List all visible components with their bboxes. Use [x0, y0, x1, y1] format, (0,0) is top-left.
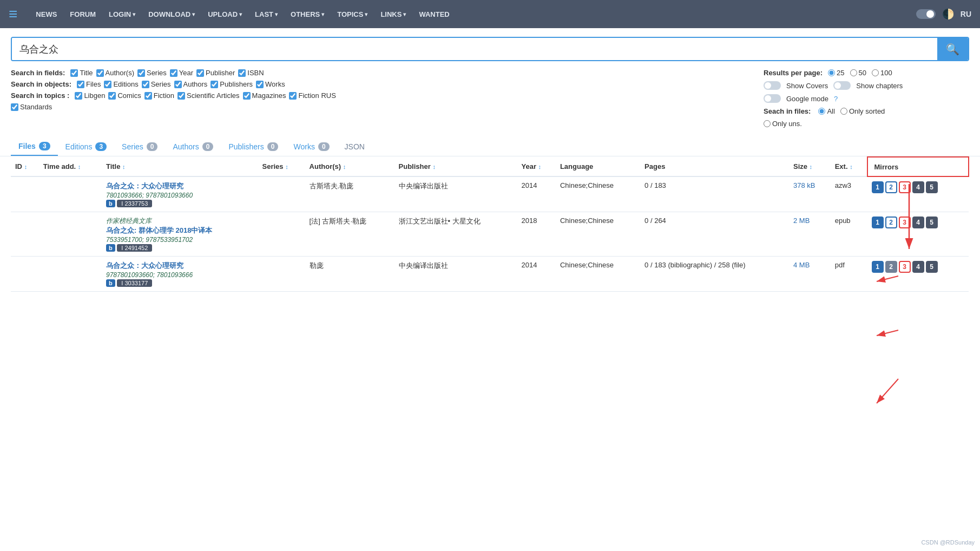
col-size[interactable]: Size ↕: [789, 157, 831, 176]
standards-row: Standards: [11, 103, 764, 111]
obj-series[interactable]: Series: [142, 80, 171, 88]
cell-year-2: 2018: [517, 212, 556, 257]
obj-editions[interactable]: Editions: [104, 80, 138, 88]
field-author[interactable]: Author(s): [96, 69, 134, 77]
mirror-1-3[interactable]: 3: [899, 181, 911, 193]
mirror-1-5[interactable]: 5: [926, 181, 938, 193]
theme-icon[interactable]: 🌓: [942, 8, 954, 20]
col-publisher[interactable]: Publisher ↕: [394, 157, 517, 176]
rpp-50[interactable]: 50: [850, 69, 866, 77]
nav-wanted[interactable]: WANTED: [413, 7, 455, 22]
col-series[interactable]: Series ↕: [258, 157, 305, 176]
mirror-3-4[interactable]: 4: [912, 261, 924, 273]
search-bar: 🔍: [11, 37, 969, 61]
cell-time-2: [39, 212, 102, 257]
obj-publishers[interactable]: Publishers: [211, 80, 253, 88]
site-logo[interactable]: ≡: [9, 5, 17, 23]
mirror-1-4[interactable]: 4: [912, 181, 924, 193]
title-link-2[interactable]: 乌合之众: 群体心理学 2018中译本: [106, 226, 212, 234]
sif-only-sorted[interactable]: Only sorted: [840, 107, 885, 115]
google-mode-help[interactable]: ?: [834, 95, 838, 103]
mirror-3-2[interactable]: 2: [885, 261, 897, 273]
search-button[interactable]: 🔍: [937, 38, 968, 60]
obj-files[interactable]: Files: [77, 80, 101, 88]
cell-author-1: 古斯塔夫.勒庞: [305, 176, 394, 212]
mirror-1-2[interactable]: 2: [885, 181, 897, 193]
mirror-2-1[interactable]: 1: [872, 217, 884, 228]
tab-authors[interactable]: Authors 0: [165, 138, 221, 155]
rpp-25[interactable]: 25: [828, 69, 844, 77]
title-link-3[interactable]: 乌合之众：大众心理研究: [106, 261, 183, 270]
col-ext[interactable]: Ext. ↕: [831, 157, 867, 176]
language-button[interactable]: RU: [961, 10, 971, 18]
nav-links[interactable]: LINKS ▾: [375, 7, 411, 22]
tab-json[interactable]: JSON: [337, 138, 372, 155]
cell-author-2: [法] 古斯塔夫·勒庞: [305, 212, 394, 257]
tab-series[interactable]: Series 0: [114, 138, 165, 155]
title-link-1[interactable]: 乌合之众：大众心理研究: [106, 182, 183, 190]
nav-topics[interactable]: TOPICS ▾: [332, 7, 373, 22]
nav-others[interactable]: OTHERS ▾: [285, 7, 330, 22]
show-covers-row: Show Covers Show chapters: [764, 81, 969, 90]
results-options: Results per page: 25 50 100 Show Covers …: [764, 69, 969, 128]
show-covers-toggle[interactable]: [764, 81, 781, 90]
mirror-3-3[interactable]: 3: [899, 261, 911, 273]
badge-id-1: I 2337753: [117, 200, 152, 207]
topic-standards[interactable]: Standards: [11, 103, 52, 111]
sif-all[interactable]: All: [818, 107, 834, 115]
cell-mirrors-1: 1 2 3 4 5: [867, 176, 969, 212]
topic-comics[interactable]: Comics: [108, 91, 141, 100]
col-authors[interactable]: Author(s) ↕: [305, 157, 394, 176]
mirror-3-5[interactable]: 5: [926, 261, 938, 273]
nav-news[interactable]: NEWS: [30, 7, 62, 22]
cell-ext-3: pdf: [831, 257, 867, 292]
objects-label: Search in objects:: [11, 80, 71, 88]
field-isbn[interactable]: ISBN: [238, 69, 264, 77]
mirror-2-4[interactable]: 4: [912, 217, 924, 228]
cell-ext-1: azw3: [831, 176, 867, 212]
tab-works[interactable]: Works 0: [286, 138, 337, 155]
topic-fiction[interactable]: Fiction: [144, 91, 174, 100]
mirror-2-2[interactable]: 2: [885, 217, 897, 228]
topic-scientific[interactable]: Scientific Articles: [177, 91, 240, 100]
table-row: 作家榜经典文库 乌合之众: 群体心理学 2018中译本 7533951700; …: [11, 212, 969, 257]
field-title[interactable]: Title: [70, 69, 93, 77]
topic-magazines[interactable]: Magazines: [243, 91, 286, 100]
nav-login[interactable]: LOGIN ▾: [103, 7, 141, 22]
col-time[interactable]: Time add. ↕: [39, 157, 102, 176]
search-input[interactable]: [12, 38, 937, 60]
badge-b-3: b: [106, 279, 115, 287]
topic-fiction-rus[interactable]: Fiction RUS: [289, 91, 336, 100]
tab-files[interactable]: Files 3: [11, 137, 58, 156]
obj-works[interactable]: Works: [256, 80, 285, 88]
search-area: 🔍 Search in fields: Title Author(s) Seri…: [0, 28, 980, 133]
nav-forum[interactable]: FORUM: [64, 7, 101, 22]
nav-upload[interactable]: UPLOAD ▾: [202, 7, 247, 22]
dark-mode-toggle[interactable]: [916, 9, 936, 19]
obj-authors[interactable]: Authors: [174, 80, 208, 88]
tab-publishers[interactable]: Publishers 0: [221, 138, 286, 155]
badge-id-3: I 3033177: [117, 279, 152, 287]
mirror-2-3[interactable]: 3: [899, 217, 911, 228]
rpp-100[interactable]: 100: [872, 69, 892, 77]
mirror-2-5[interactable]: 5: [926, 217, 938, 228]
nav-download[interactable]: DOWNLOAD ▾: [143, 7, 200, 22]
col-id[interactable]: ID ↕: [11, 157, 39, 176]
mirror-1-1[interactable]: 1: [872, 181, 884, 193]
nav-last[interactable]: LAST ▾: [249, 7, 283, 22]
sif-only-uns[interactable]: Only uns.: [764, 120, 802, 128]
show-chapters-toggle[interactable]: [833, 81, 851, 90]
mirror-3-1[interactable]: 1: [872, 261, 884, 273]
tab-editions[interactable]: Editions 3: [58, 138, 115, 155]
col-title[interactable]: Title ↕: [102, 157, 258, 176]
cell-title-2: 作家榜经典文库 乌合之众: 群体心理学 2018中译本 7533951700; …: [102, 212, 258, 257]
field-year[interactable]: Year: [170, 69, 193, 77]
field-series[interactable]: Series: [137, 69, 167, 77]
col-year[interactable]: Year ↕: [517, 157, 556, 176]
google-mode-label: Google mode: [786, 95, 828, 103]
topic-libgen[interactable]: Libgen: [75, 91, 105, 100]
google-mode-toggle[interactable]: [764, 94, 781, 103]
topics-label: Search in topics :: [11, 91, 69, 100]
field-publisher[interactable]: Publisher: [196, 69, 235, 77]
cell-publisher-2: 浙江文艺出版社• 大星文化: [394, 212, 517, 257]
